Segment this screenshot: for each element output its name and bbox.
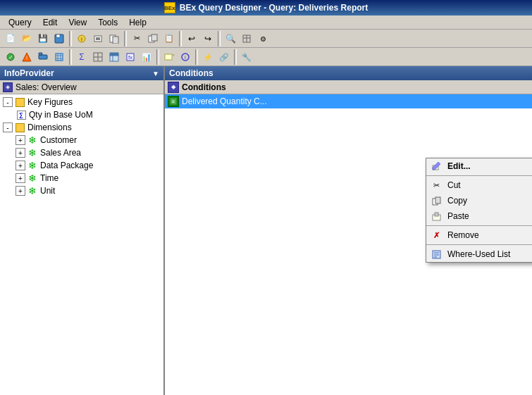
menu-view[interactable]: View: [63, 16, 92, 29]
left-panel: InfoProvider ▼ ◈ Sales: Overview - Key F…: [0, 66, 165, 395]
ctx-remove[interactable]: ✗ Remove Del: [426, 227, 532, 243]
qty-label: Qty in Base UoM: [29, 110, 93, 120]
svg-text:fx: fx: [128, 54, 132, 61]
toolbar2-btn-12[interactable]: ⚡: [200, 49, 216, 65]
toolbar-btn-14[interactable]: [239, 31, 254, 46]
unit-label: Unit: [40, 186, 55, 196]
toolbar-btn-7[interactable]: [106, 31, 122, 46]
tree-datapackage[interactable]: + ❄ Data Package: [1, 159, 162, 172]
toolbar2-btn-5[interactable]: Σ: [74, 49, 89, 65]
conditions-sub-icon: ◈: [168, 82, 179, 93]
ctx-cut-label: Cut: [447, 180, 461, 190]
ctx-copy-label: Copy: [447, 196, 467, 206]
svg-text:i: i: [81, 36, 82, 42]
time-label: Time: [40, 173, 58, 183]
toolbar-btn-5[interactable]: i: [74, 31, 89, 46]
toolbar2-btn-3[interactable]: [35, 49, 51, 65]
toolbar-sep-4: [218, 31, 221, 46]
toolbar2-btn-7[interactable]: [106, 49, 122, 65]
saveas-button[interactable]: [51, 31, 67, 46]
toolbar2-btn-11[interactable]: i: [178, 49, 193, 65]
customer-expand[interactable]: +: [16, 135, 25, 145]
svg-text:⚡: ⚡: [203, 52, 213, 62]
time-icon: ❄: [27, 173, 38, 184]
svg-text:⚙: ⚙: [260, 35, 266, 43]
tree-customer[interactable]: + ❄ Customer: [1, 134, 162, 146]
svg-text:↪: ↪: [204, 34, 211, 44]
toolbar-btn-15[interactable]: ⚙: [255, 31, 271, 46]
panel-arrow[interactable]: ▼: [152, 70, 159, 77]
ctx-remove-label: Remove: [447, 230, 479, 240]
dimensions-icon: [14, 122, 25, 133]
unit-expand[interactable]: +: [16, 186, 25, 196]
toolbar2-btn-8[interactable]: fx: [123, 49, 138, 65]
svg-rect-34: [110, 53, 118, 56]
copy-icon: [431, 195, 442, 206]
svg-text:≡: ≡: [172, 99, 175, 105]
unit-icon: ❄: [27, 185, 38, 196]
salesarea-expand[interactable]: +: [16, 148, 25, 158]
tree-salesarea[interactable]: + ❄ Sales Area: [1, 146, 162, 159]
infoprovider-header: InfoProvider ▼: [0, 66, 163, 80]
copy-button[interactable]: [145, 31, 161, 46]
toolbar-btn-11[interactable]: ↩: [184, 31, 199, 46]
toolbar2-btn-13[interactable]: 🔗: [216, 49, 232, 65]
conditions-header-label: Conditions: [169, 68, 214, 78]
svg-text:✓: ✓: [8, 54, 13, 61]
dimensions-expand[interactable]: -: [3, 123, 13, 132]
keyfigures-expand[interactable]: -: [3, 97, 13, 107]
toolbar2-sep-2: [156, 49, 159, 65]
toolbar-btn-13[interactable]: 🔍: [223, 31, 238, 46]
toolbar-btn-6[interactable]: [90, 31, 106, 46]
customer-icon: ❄: [27, 134, 38, 146]
datapackage-icon: ❄: [27, 160, 38, 171]
tree-unit[interactable]: + ❄ Unit: [1, 184, 162, 197]
toolbar-btn-12[interactable]: ↪: [200, 31, 216, 46]
tree-keyfigures[interactable]: - Key Figures: [1, 96, 162, 108]
toolbar2-btn-10[interactable]: [161, 49, 177, 65]
toolbar2-btn-14[interactable]: 🔧: [239, 49, 254, 65]
menu-help[interactable]: Help: [123, 16, 152, 29]
ctx-sep-1: [426, 175, 532, 176]
menu-query[interactable]: Query: [3, 16, 37, 29]
paste-button[interactable]: 📋: [161, 31, 177, 46]
time-expand[interactable]: +: [16, 173, 25, 183]
tree-qty[interactable]: ∑ Qty in Base UoM: [1, 108, 162, 121]
conditions-sub-label: Conditions: [182, 82, 226, 92]
toolbar2-btn-4[interactable]: [51, 49, 67, 65]
save-button[interactable]: 💾: [35, 31, 51, 46]
toolbar-sep-2: [124, 31, 127, 46]
ctx-edit[interactable]: Edit...: [426, 158, 532, 174]
tree-time[interactable]: + ❄ Time: [1, 172, 162, 184]
condition-row-delivered[interactable]: ≡ Delivered Quantity C...: [165, 94, 532, 108]
svg-rect-23: [39, 53, 42, 55]
toolbar2-sep-4: [234, 49, 237, 65]
title-bar: BEx BEx Query Designer - Query: Deliveri…: [0, 0, 532, 15]
tree-dimensions[interactable]: - Dimensions: [1, 121, 162, 134]
svg-rect-22: [39, 55, 47, 59]
qty-icon: ∑: [16, 109, 27, 120]
keyfigures-label: Key Figures: [27, 97, 73, 107]
svg-rect-53: [435, 213, 438, 216]
infoprovider-title: InfoProvider: [4, 68, 54, 78]
ctx-cut[interactable]: ✂ Cut Ctrl+X: [426, 177, 532, 193]
new-button[interactable]: 📄: [3, 31, 18, 46]
toolbar2-btn-9[interactable]: 📊: [139, 49, 154, 65]
toolbar2-btn-6[interactable]: [90, 49, 106, 65]
keyfigures-icon: [14, 96, 25, 108]
context-menu: Edit... ✂ Cut Ctrl+X Copy Ctrl+C: [426, 158, 532, 263]
open-button[interactable]: 📂: [19, 31, 35, 46]
cut-icon: ✂: [431, 180, 442, 191]
svg-text:↩: ↩: [188, 34, 195, 44]
ctx-whereused[interactable]: Where-Used List: [426, 246, 532, 262]
toolbar-2: ✓ ! Σ fx 📊 i ⚡ 🔗 🔧: [0, 48, 532, 66]
toolbar2-btn-1[interactable]: ✓: [3, 49, 18, 65]
ctx-paste[interactable]: Paste Ctrl+V: [426, 208, 532, 224]
datapackage-expand[interactable]: +: [16, 161, 25, 170]
menu-tools[interactable]: Tools: [92, 16, 123, 29]
ctx-copy[interactable]: Copy Ctrl+C: [426, 193, 532, 208]
cut-button[interactable]: ✂: [129, 31, 144, 46]
toolbar2-btn-2[interactable]: !: [19, 49, 35, 65]
menu-edit[interactable]: Edit: [37, 16, 63, 29]
svg-rect-4: [94, 36, 101, 42]
